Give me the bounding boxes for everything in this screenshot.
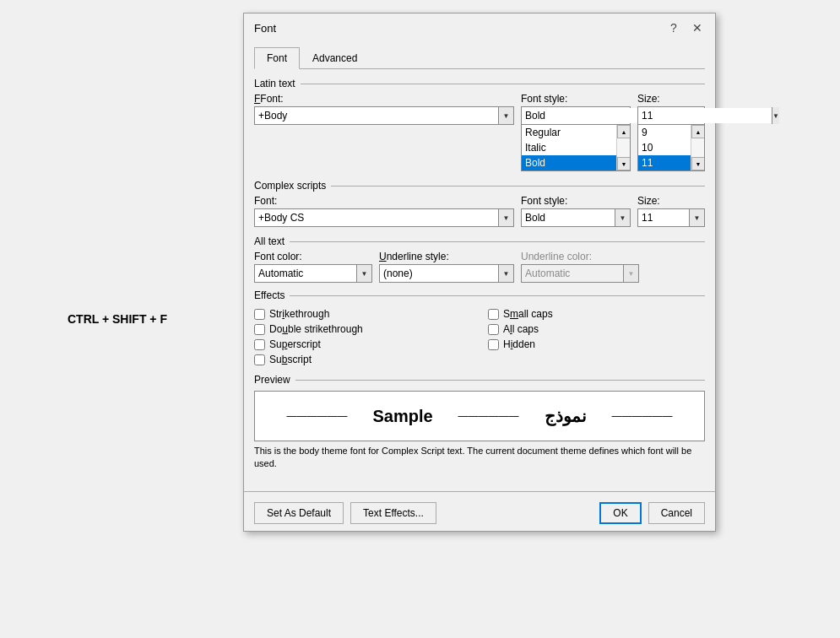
cs-font-combobox[interactable]: ▼ [254,208,514,227]
cs-size-field-group: Size: 11 ▼ [637,195,705,227]
preview-arabic-text: نموذج [545,406,587,426]
small-caps-checkbox[interactable] [488,309,499,320]
tab-bar: Font Advanced [254,47,705,69]
all-caps-checkbox[interactable] [488,324,499,335]
size-option-9[interactable]: 9 [638,125,691,140]
preview-divider [295,380,705,381]
preview-sample-text: Sample [372,407,432,426]
effects-section-header: Effects [254,289,705,301]
cs-style-select[interactable]: Bold ▼ [521,208,631,227]
small-caps-label[interactable]: Small caps [503,308,553,320]
buttons-right: OK Cancel [599,502,705,524]
cs-style-btn[interactable]: ▼ [615,209,630,226]
strikethrough-checkbox[interactable] [254,309,265,320]
style-label: Font style: [521,93,631,105]
size-scroll-up[interactable]: ▲ [691,125,705,138]
size-combobox[interactable]: ▼ [637,106,705,125]
cs-size-value: 11 [638,210,689,225]
cs-style-value: Bold [522,210,615,225]
effects-divider [290,295,705,296]
font-color-field-group: Font color: Automatic ▼ [254,251,372,283]
cs-size-select[interactable]: 11 ▼ [637,208,705,227]
cancel-button[interactable]: Cancel [648,502,705,524]
underline-color-btn: ▼ [623,265,638,282]
close-button[interactable]: ✕ [688,19,707,37]
cs-size-label: Size: [637,195,705,207]
cs-style-field-group: Font style: Bold ▼ [521,195,631,227]
font-color-btn[interactable]: ▼ [356,265,371,282]
underline-color-select: Automatic ▼ [521,264,639,283]
cs-font-dropdown-btn[interactable]: ▼ [498,209,513,226]
double-strikethrough-checkbox[interactable] [254,324,265,335]
style-input[interactable] [522,108,655,123]
hidden-label[interactable]: Hidden [503,338,535,350]
size-scroll-track [691,138,704,157]
size-scrollbar: ▲ ▼ [691,125,704,170]
style-option-regular[interactable]: Regular [522,125,616,140]
superscript-checkbox[interactable] [254,339,265,350]
style-option-bold[interactable]: Bold [522,155,616,170]
latin-text-label: Latin text [254,78,295,89]
hidden-checkbox[interactable] [488,339,499,350]
dialog-body: Font Advanced Latin text FFont: ▼ [244,41,715,486]
underline-style-label: Underline style: [379,251,514,262]
font-dropdown-btn[interactable]: ▼ [498,107,513,124]
ok-button[interactable]: OK [599,502,641,524]
size-scroll-down[interactable]: ▼ [691,157,705,170]
all-text-row: Font color: Automatic ▼ Underline style:… [254,251,705,283]
help-button[interactable]: ? [664,19,683,37]
style-scroll-down[interactable]: ▼ [617,157,631,170]
size-input[interactable] [638,108,772,123]
subscript-label[interactable]: Subscript [269,354,312,365]
preview-lines-mid: —————— [458,410,519,422]
font-combobox[interactable]: ▼ [254,106,514,125]
preview-content: —————— Sample —————— نموذج —————— [286,406,672,426]
font-color-select[interactable]: Automatic ▼ [254,264,372,283]
dialog-title: Font [254,22,276,35]
underline-style-select[interactable]: (none) ▼ [379,264,514,283]
cs-font-label: Font: [254,195,514,207]
subscript-row: Subscript [254,354,471,365]
font-field-group: FFont: ▼ [254,93,514,171]
font-color-label: Font color: [254,251,372,262]
title-bar-controls: ? ✕ [664,19,707,37]
text-effects-button[interactable]: Text Effects... [350,502,436,524]
effects-grid: Strikethrough Small caps Double striketh… [254,305,705,369]
preview-lines-right: —————— [612,410,673,422]
size-label: Size: [637,93,705,105]
hidden-row: Hidden [488,338,705,350]
double-strikethrough-label[interactable]: Double strikethrough [269,323,363,335]
strikethrough-label[interactable]: Strikethrough [269,308,329,320]
effects-label: Effects [254,289,285,301]
underline-style-btn[interactable]: ▼ [498,265,513,282]
keyboard-shortcut-hint: CTRL + SHIFT + F [68,312,167,326]
all-text-divider [290,241,705,242]
all-caps-label[interactable]: All caps [503,323,539,335]
tab-font[interactable]: Font [254,47,300,69]
cs-size-btn[interactable]: ▼ [689,209,704,226]
buttons-row: Set As Default Text Effects... OK Cancel [244,497,715,531]
size-option-10[interactable]: 10 [638,140,691,155]
superscript-label[interactable]: Superscript [269,338,321,350]
size-option-11[interactable]: 11 [638,155,691,170]
latin-text-section-header: Latin text [254,78,705,89]
style-scroll-up[interactable]: ▲ [617,125,631,138]
style-dropdown-list: Regular Italic Bold ▲ ▼ [521,125,631,171]
tab-advanced[interactable]: Advanced [300,47,370,69]
style-combobox[interactable]: ▼ [521,106,631,125]
size-dropdown-btn[interactable]: ▼ [772,107,779,124]
subscript-checkbox[interactable] [254,354,265,365]
preview-section-header: Preview [254,374,705,386]
font-input[interactable] [255,108,498,123]
complex-scripts-label: Complex scripts [254,180,326,192]
all-caps-row: All caps [488,323,705,335]
cs-font-input[interactable] [255,210,498,225]
style-field-group: Font style: ▼ Regular Italic Bold ▲ [521,93,631,171]
set-as-default-button[interactable]: Set As Default [254,502,344,524]
size-dropdown-list: 9 10 11 ▲ ▼ [637,125,705,171]
preview-box: —————— Sample —————— نموذج —————— [254,391,705,441]
preview-label: Preview [254,374,290,386]
strikethrough-row: Strikethrough [254,308,471,320]
style-option-italic[interactable]: Italic [522,140,616,155]
cs-style-label: Font style: [521,195,631,207]
